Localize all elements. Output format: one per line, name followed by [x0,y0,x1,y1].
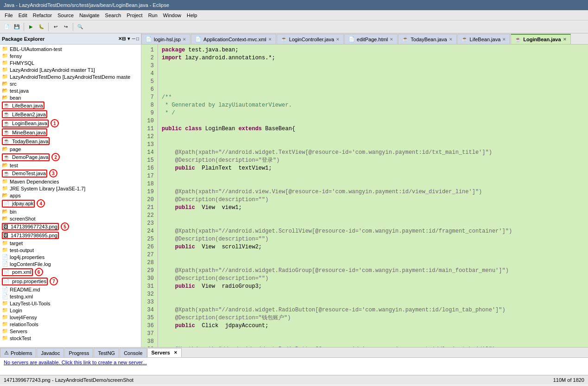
tree-item[interactable]: ☕LifeBean.java [0,101,141,110]
menu-refactor[interactable]: Refactor [30,12,55,19]
menu-project[interactable]: Project [124,12,145,19]
bottom-tab[interactable]: Servers✕ [147,348,182,357]
tree-item[interactable]: 📂screenShot [0,215,141,222]
menu-window[interactable]: Window [160,12,184,19]
tree-item[interactable]: 📁lovej4Fensy [0,314,141,321]
pkg-close-icon[interactable]: ✕ [118,36,122,41]
bottom-tab[interactable]: ⚠Problems [0,348,36,357]
menu-edit[interactable]: Edit [16,12,30,19]
tree-label: test [10,163,18,168]
tab-close-icon[interactable]: ✕ [502,37,506,42]
tree-item[interactable]: 📂src [0,80,141,87]
debug-button[interactable]: 🐛 [37,22,46,32]
tab-close-icon[interactable]: ✕ [563,37,567,42]
tree-item[interactable]: 📁Login [0,307,141,314]
tree-item[interactable]: 📂bin [0,208,141,215]
menu-navigate[interactable]: Navigate [76,12,102,19]
menu-file[interactable]: File [2,12,16,19]
tree-item[interactable]: ☕LifeBean2.java [0,110,141,119]
editor-area: Package Explorer ✕ ⊟ ▼ ─ □ 📁EBL-UIAutoma… [0,33,588,347]
editor-tabs-bar: 📄login-hsl.jsp✕📄ApplicationContext-mvc.x… [141,33,588,44]
tree-item[interactable]: 📁test-output [0,247,141,253]
tree-label: log4j.properties [10,254,44,260]
tree-item[interactable]: 📁fensy [0,52,141,59]
tree-item[interactable]: 📁EBL-UIAutomation-test [0,45,141,52]
tree-item[interactable]: 🖼1471399677243.png5 [0,222,141,231]
menu-help[interactable]: Help [184,12,200,19]
editor-tab[interactable]: ☕LoginController.java✕ [277,34,344,44]
tree-item[interactable]: 📄prop.properties7 [0,277,141,286]
tree-item[interactable]: 📂bean [0,94,141,101]
tree-item[interactable]: 📄pom.xml6 [0,267,141,277]
tab-close-icon[interactable]: ✕ [336,37,340,42]
bottom-tab[interactable]: TestNG [94,348,119,357]
tree-item[interactable]: ☕LoginBean.java1 [0,119,141,128]
menu-run[interactable]: Run [145,12,160,19]
tree-item[interactable]: 📁LazyTest-UI-Tools [0,300,141,307]
editor-tab[interactable]: ☕TodayBean.java✕ [398,34,456,44]
undo-button[interactable]: ↩ [51,22,60,32]
editor-tab[interactable]: ☕LifeBean.java✕ [457,34,511,44]
redo-button[interactable]: ↪ [61,22,70,32]
code-line: package test.java.bean; [162,46,584,54]
tree-item[interactable]: 📂test.java [0,87,141,94]
tree-item[interactable]: ☕MineBean.java [0,128,141,137]
run-button[interactable]: ▶ [26,22,36,32]
tab-close-icon[interactable]: ✕ [183,37,186,42]
tree-item[interactable]: 📁LazyAndroidTestDemo [LazyAndroidTestDem… [0,73,141,80]
pkg-min-icon[interactable]: ─ [132,36,135,41]
tab-close-icon[interactable]: ✕ [449,37,453,42]
no-servers-link[interactable]: No servers are available. Click this lin… [4,360,147,365]
bottom-tab-close[interactable]: ✕ [174,350,177,355]
new-button[interactable]: 📄 [2,22,11,32]
code-editor[interactable]: 1234567891011121314151617181920212223242… [141,44,588,347]
editor-tab[interactable]: 📄editPage.html✕ [344,34,398,44]
tree-item[interactable]: 📄logContentFile.log [0,260,141,267]
tree-item[interactable]: 📁LazyAndroid [LazyAndroid master T1] [0,66,141,73]
bottom-tab[interactable]: Progress [64,348,93,357]
tree-item[interactable]: 📁JRE System Library [JavaSE-1.7] [0,185,141,192]
tree-item[interactable]: 📄testng.xml [0,293,141,300]
save-button[interactable]: 💾 [12,22,21,32]
tree-item[interactable]: 📄README.md [0,286,141,293]
tree-item[interactable]: ☕DemoTest.java3 [0,169,141,178]
code-lines[interactable]: package test.java.bean;import lazy.andro… [158,44,588,347]
bottom-tab[interactable]: Javadoc [37,348,64,357]
line-number: 9 [141,109,156,117]
line-number: 19 [141,188,156,196]
tree-item[interactable]: 📁Maven Dependencies [0,178,141,185]
tree-icon: ☕ [3,171,10,177]
tree-item[interactable]: 📂apps [0,192,141,199]
tree-item[interactable]: 📁relationTools [0,321,141,328]
collapse-icon[interactable]: ⊟ [122,36,126,41]
tree-item[interactable]: ☕DemoPage.java2 [0,152,141,162]
tree-item[interactable]: 📁Servers [0,328,141,335]
tree-item[interactable]: 📁target [0,240,141,247]
tree-item[interactable]: ☕TodayBean.java [0,137,141,146]
tree-item[interactable]: 📁stockTest [0,335,141,342]
tab-icon: ☕ [515,37,521,43]
pkg-max-icon[interactable]: □ [136,36,139,41]
code-line [162,180,584,188]
tab-close-icon[interactable]: ✕ [390,37,393,42]
tree-item[interactable]: 📁FHMYSQL [0,59,141,66]
tree-item[interactable]: 🖼1471399798695.png [0,231,141,240]
line-number: 6 [141,86,156,94]
editor-tab[interactable]: ☕LoginBean.java✕ [511,34,570,44]
line-number: 14 [141,149,156,157]
tree-item[interactable]: 📂test [0,162,141,169]
menu-search[interactable]: Search [102,12,124,19]
tree-item[interactable]: 📄log4j.properties [0,253,141,260]
tab-close-icon[interactable]: ✕ [268,37,272,42]
search-button[interactable]: 🔍 [76,22,85,32]
pkg-menu-icon[interactable]: ▼ [126,36,131,41]
tree-item[interactable]: 📂page [0,146,141,152]
menu-source[interactable]: Source [55,12,76,19]
bottom-tab[interactable]: Console [120,348,146,357]
editor-tab[interactable]: 📄ApplicationContext-mvc.xml✕ [191,34,276,44]
tree-item[interactable]: 📄jdpay.apk4 [0,199,141,208]
editor-tab[interactable]: 📄login-hsl.jsp✕ [141,34,190,44]
bottom-content[interactable]: No servers are available. Click this lin… [0,358,588,375]
code-line [162,117,584,125]
line-number: 18 [141,180,156,188]
